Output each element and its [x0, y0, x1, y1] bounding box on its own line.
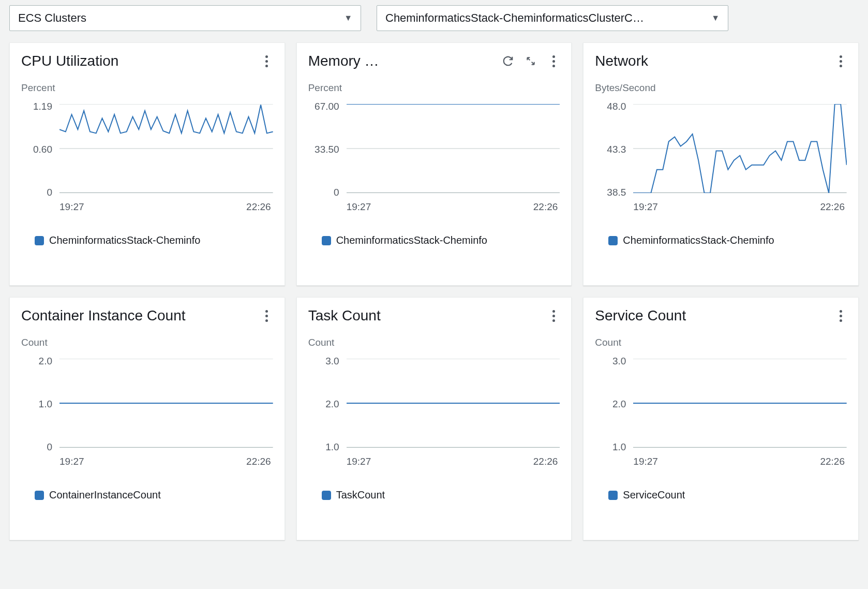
chart-region: 67.0033.500 — [308, 101, 560, 198]
x-start: 19:27 — [633, 201, 658, 213]
y-tick: 3.0 — [595, 356, 626, 367]
legend: TaskCount — [308, 489, 560, 501]
y-tick: 38.5 — [595, 187, 626, 198]
x-axis-labels: 19:2722:26 — [595, 456, 847, 467]
x-axis-labels: 19:2722:26 — [308, 456, 560, 467]
y-axis-labels: 3.02.01.0 — [308, 356, 343, 453]
legend-label: ContainerInstanceCount — [49, 489, 161, 501]
unit-label: Percent — [21, 82, 273, 94]
x-axis-labels: 19:2722:26 — [308, 201, 560, 213]
more-menu-icon[interactable] — [547, 310, 560, 322]
y-tick: 67.00 — [308, 101, 339, 112]
x-start: 19:27 — [59, 456, 84, 467]
y-tick: 0 — [21, 187, 52, 198]
legend-swatch — [322, 491, 331, 500]
y-axis-labels: 3.02.01.0 — [595, 356, 630, 453]
x-axis-labels: 19:2722:26 — [595, 201, 847, 213]
y-tick: 3.0 — [308, 356, 339, 367]
plot-area — [59, 359, 273, 448]
x-end: 22:26 — [246, 201, 271, 213]
unit-label: Percent — [308, 82, 560, 94]
x-axis-labels: 19:2722:26 — [21, 201, 273, 213]
x-start: 19:27 — [59, 201, 84, 213]
more-menu-icon[interactable] — [261, 55, 273, 67]
legend-label: CheminformaticsStack-Cheminfo — [336, 234, 487, 246]
legend: ContainerInstanceCount — [21, 489, 273, 501]
more-menu-icon[interactable] — [834, 55, 847, 67]
x-end: 22:26 — [533, 201, 558, 213]
chevron-down-icon: ▼ — [711, 13, 720, 23]
y-axis-labels: 67.0033.500 — [308, 101, 343, 198]
x-start: 19:27 — [347, 456, 371, 467]
chart-card-task: Task CountCount3.02.01.019:2722:26TaskCo… — [296, 297, 572, 540]
card-actions — [834, 55, 847, 67]
more-menu-icon[interactable] — [834, 310, 847, 322]
legend-label: ServiceCount — [623, 489, 685, 501]
y-tick: 1.0 — [21, 399, 52, 410]
unit-label: Count — [308, 337, 560, 348]
unit-label: Count — [21, 337, 273, 348]
legend-label: TaskCount — [336, 489, 385, 501]
y-tick: 2.0 — [308, 399, 339, 410]
unit-label: Count — [595, 337, 847, 348]
legend: ServiceCount — [595, 489, 847, 501]
chart-card-network: NetworkBytes/Second48.043.338.519:2722:2… — [583, 42, 859, 286]
card-header: Service Count — [595, 307, 847, 325]
card-title: CPU Utilization — [21, 53, 261, 69]
y-tick: 1.0 — [308, 441, 339, 453]
x-end: 22:26 — [533, 456, 558, 467]
y-axis-labels: 1.190.600 — [21, 101, 56, 198]
card-title: Task Count — [308, 307, 548, 324]
plot-area — [347, 359, 560, 448]
card-header: Network — [595, 52, 847, 70]
card-header: Task Count — [308, 307, 560, 325]
x-end: 22:26 — [246, 456, 271, 467]
legend-swatch — [608, 491, 618, 500]
y-tick: 2.0 — [595, 399, 626, 410]
more-menu-icon[interactable] — [261, 310, 273, 322]
card-actions — [261, 55, 273, 67]
x-end: 22:26 — [820, 201, 845, 213]
expand-icon[interactable] — [525, 55, 537, 67]
x-start: 19:27 — [347, 201, 371, 213]
y-tick: 48.0 — [595, 101, 626, 112]
legend-label: CheminformaticsStack-Cheminfo — [49, 234, 200, 246]
y-tick: 0.60 — [21, 144, 52, 155]
chart-card-cpu: CPU UtilizationPercent1.190.60019:2722:2… — [9, 42, 285, 286]
chart-region: 48.043.338.5 — [595, 101, 847, 198]
y-tick: 1.19 — [21, 101, 52, 112]
card-header: CPU Utilization — [21, 52, 273, 70]
chart-region: 2.01.00 — [21, 356, 273, 453]
y-tick: 0 — [21, 441, 52, 453]
filter-row: ECS Clusters ▼ CheminformaticsStack-Chem… — [9, 5, 859, 31]
y-tick: 0 — [308, 187, 339, 198]
card-header: Memory … — [308, 52, 560, 70]
legend-swatch — [35, 491, 44, 500]
scope-dropdown[interactable]: ECS Clusters ▼ — [9, 5, 361, 31]
y-axis-labels: 2.01.00 — [21, 356, 56, 453]
chart-region: 1.190.600 — [21, 101, 273, 198]
chevron-down-icon: ▼ — [344, 13, 352, 23]
legend: CheminformaticsStack-Cheminfo — [595, 234, 847, 246]
plot-area — [633, 104, 847, 193]
plot-area — [347, 104, 560, 193]
resource-dropdown-label: CheminformaticsStack-CheminformaticsClus… — [385, 11, 705, 25]
resource-dropdown[interactable]: CheminformaticsStack-CheminformaticsClus… — [377, 5, 728, 31]
y-tick: 33.50 — [308, 144, 339, 155]
legend: CheminformaticsStack-Cheminfo — [21, 234, 273, 246]
y-tick: 2.0 — [21, 356, 52, 367]
refresh-icon[interactable] — [502, 55, 514, 67]
more-menu-icon[interactable] — [547, 55, 560, 67]
legend-swatch — [322, 236, 331, 245]
x-end: 22:26 — [820, 456, 845, 467]
x-start: 19:27 — [633, 456, 658, 467]
chart-card-memory: Memory …Percent67.0033.50019:2722:26Chem… — [296, 42, 572, 286]
legend-swatch — [35, 236, 44, 245]
card-actions — [261, 310, 273, 322]
plot-area — [633, 359, 847, 448]
scope-dropdown-label: ECS Clusters — [18, 11, 338, 25]
card-actions — [547, 310, 560, 322]
plot-area — [59, 104, 273, 193]
legend: CheminformaticsStack-Cheminfo — [308, 234, 560, 246]
card-title: Memory … — [308, 53, 502, 69]
